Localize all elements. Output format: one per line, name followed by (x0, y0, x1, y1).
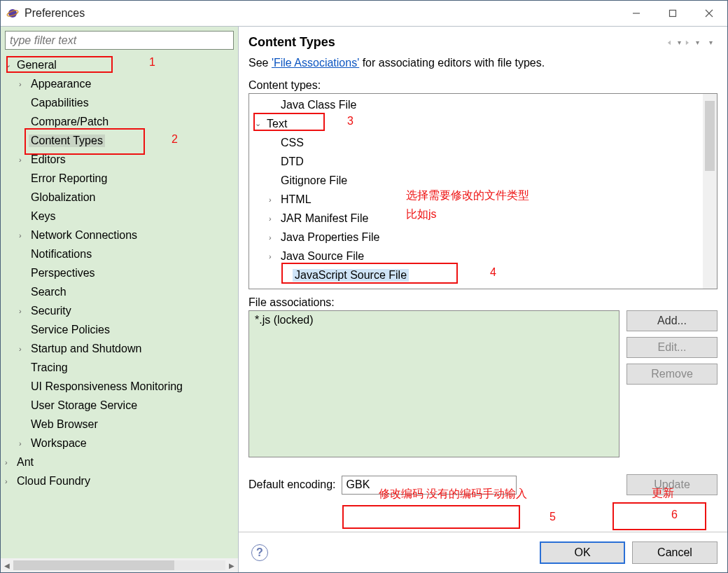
tree-item-label: Tracing (29, 361, 70, 374)
chevron-right-icon: › (269, 214, 279, 223)
tree-item-label: Network Connections (29, 229, 139, 242)
add-button[interactable]: Add... (626, 310, 718, 331)
close-button[interactable] (691, 1, 727, 26)
tree-item-label: Capabilities (29, 97, 91, 109)
content-type-label: JavaScript Source File (293, 269, 409, 282)
content-type-label: Gitignore File (279, 174, 349, 187)
chevron-down-icon: ⌄ (5, 60, 15, 69)
intro-text: See 'File Associations' for associating … (248, 57, 718, 69)
tree-item-label: Editors (29, 153, 68, 166)
content-type-item[interactable]: ›HTML (249, 190, 703, 209)
tree-item-label: Search (29, 286, 69, 298)
content-type-item[interactable]: JavaScript Source File (249, 265, 703, 284)
tree-item[interactable]: Keys (2, 207, 238, 226)
content-type-item[interactable]: Java Class File (249, 95, 703, 114)
tree-item[interactable]: Notifications (2, 244, 238, 263)
svg-rect-3 (670, 11, 676, 17)
content-type-item[interactable]: ›Java Properties File (249, 228, 703, 247)
help-icon[interactable]: ? (251, 544, 268, 561)
minimize-button[interactable] (618, 1, 654, 26)
content-types-tree[interactable]: Java Class File⌄TextCSSDTDGitignore File… (248, 93, 718, 289)
right-pane: Content Types ▾ ▾ ▾ See 'File Associatio… (239, 27, 727, 572)
horizontal-scrollbar[interactable]: ◀ ▶ (1, 558, 238, 572)
tree-item-label: Cloud Foundry (15, 475, 92, 488)
chevron-right-icon: › (19, 80, 29, 88)
tree-item[interactable]: Compare/Patch (2, 112, 238, 131)
tree-item-label: Perspectives (29, 267, 97, 279)
chevron-right-icon: › (269, 233, 279, 242)
tree-item[interactable]: ›Cloud Foundry (2, 471, 238, 490)
content-type-label: HTML (279, 193, 314, 206)
ct-scrollbar[interactable] (703, 94, 717, 289)
tree-item[interactable]: Tracing (2, 358, 238, 377)
tree-item-label: Globalization (29, 191, 98, 204)
tree-item[interactable]: Web Browser (2, 415, 238, 434)
content-type-item[interactable]: ›Java Source File (249, 247, 703, 265)
remove-button[interactable]: Remove (626, 364, 718, 385)
encoding-input[interactable] (342, 476, 517, 495)
tree-item[interactable]: ›Startup and Shutdown (2, 339, 238, 358)
window-title: Preferences (24, 7, 618, 20)
tree-item-label: Startup and Shutdown (29, 343, 144, 355)
tree-item[interactable]: Globalization (2, 188, 238, 207)
tree-item[interactable]: ⌄General (2, 55, 238, 74)
tree-item-label: Appearance (29, 78, 93, 90)
chevron-right-icon: › (19, 156, 29, 164)
content-type-label: JAR Manifest File (279, 212, 370, 225)
tree-item[interactable]: User Storage Service (2, 396, 238, 415)
content-type-item[interactable]: ⌄Text (249, 114, 703, 133)
tree-item[interactable]: Perspectives (2, 263, 238, 282)
dialog-footer: ? OK Cancel (239, 532, 727, 572)
tree-item-label: Service Policies (29, 324, 112, 336)
filter-input[interactable] (5, 31, 234, 50)
preferences-tree[interactable]: ⌄General›AppearanceCapabilitiesCompare/P… (1, 54, 238, 558)
tree-item-label: Keys (29, 210, 58, 223)
tree-item[interactable]: ›Ant (2, 453, 238, 471)
tree-item[interactable]: Capabilities (2, 93, 238, 112)
tree-item[interactable]: ›Editors (2, 150, 238, 169)
tree-item[interactable]: ›Network Connections (2, 226, 238, 244)
content-type-label: DTD (279, 156, 306, 168)
content-type-label: Text (265, 118, 289, 130)
tree-item[interactable]: Search (2, 282, 238, 301)
tree-item[interactable]: ›Security (2, 301, 238, 320)
tree-item[interactable]: UI Responsiveness Monitoring (2, 377, 238, 396)
tree-item[interactable]: Error Reporting (2, 169, 238, 188)
cancel-button[interactable]: Cancel (632, 541, 718, 564)
maximize-button[interactable] (654, 1, 691, 26)
content-type-item[interactable]: CSS (249, 133, 703, 152)
nav-forward-icon[interactable]: ▾ (685, 37, 699, 48)
tree-item-label: Notifications (29, 248, 94, 261)
chevron-right-icon: › (19, 439, 29, 448)
tree-item-label: Workspace (29, 437, 89, 450)
nav-menu-icon[interactable]: ▾ (704, 37, 718, 48)
file-associations-list[interactable]: *.js (locked) (248, 310, 620, 457)
page-title: Content Types (248, 35, 667, 50)
content-type-item[interactable]: ›JAR Manifest File (249, 209, 703, 228)
content-type-label: Java Class File (279, 99, 358, 111)
tree-item[interactable]: ›Appearance (2, 74, 238, 93)
file-associations-link[interactable]: 'File Associations' (272, 57, 359, 69)
file-association-item[interactable]: *.js (locked) (255, 314, 613, 326)
tree-item-label: Error Reporting (29, 172, 109, 185)
titlebar: Preferences (1, 1, 727, 26)
tree-item[interactable]: ›Workspace (2, 434, 238, 453)
content-type-item[interactable]: DTD (249, 152, 703, 171)
content-type-item[interactable]: Gitignore File (249, 171, 703, 190)
file-associations-label: File associations: (248, 296, 718, 309)
tree-item-label: Web Browser (29, 418, 100, 431)
tree-item[interactable]: Service Policies (2, 320, 238, 339)
update-button[interactable]: Update (626, 474, 718, 495)
tree-item-label: Compare/Patch (29, 116, 111, 128)
left-pane: ⌄General›AppearanceCapabilitiesCompare/P… (1, 27, 239, 572)
ok-button[interactable]: OK (540, 541, 625, 564)
tree-item-label: Security (29, 305, 74, 317)
tree-item-label: Content Types (29, 134, 105, 147)
chevron-right-icon: › (269, 195, 279, 204)
encoding-label: Default encoding: (248, 478, 336, 491)
tree-item[interactable]: Content Types (2, 131, 238, 150)
nav-back-icon[interactable]: ▾ (667, 37, 681, 48)
tree-item-label: UI Responsiveness Monitoring (29, 380, 185, 393)
edit-button[interactable]: Edit... (626, 337, 718, 358)
content-types-label: Content types: (248, 79, 718, 92)
